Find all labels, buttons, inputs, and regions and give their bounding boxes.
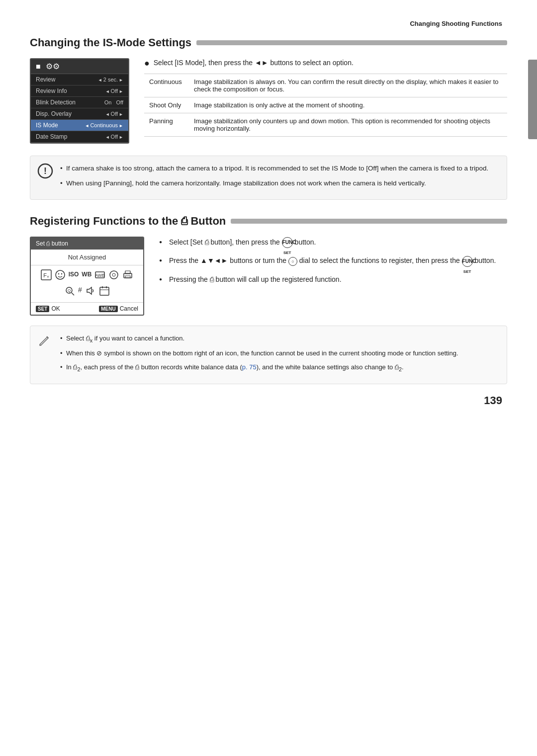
is-options: ● Select [IS Mode], then press the ◄► bu… xyxy=(144,58,507,144)
section2-title: Registering Functions to the ⎙ Button xyxy=(30,215,507,228)
icon-face xyxy=(55,269,66,282)
pencil-icon xyxy=(37,332,51,354)
svg-marker-17 xyxy=(87,287,91,294)
option-name-panning: Panning xyxy=(144,113,189,137)
icon-print xyxy=(122,269,133,282)
section2-title-text: Registering Functions to the ⎙ Button xyxy=(30,215,226,228)
menu-row-dispoverlay: Disp. Overlay Off xyxy=(31,108,128,120)
pencil-item-3: In ⎙2, each press of the ⎙ button record… xyxy=(60,362,498,374)
svg-point-6 xyxy=(61,273,62,274)
warning-list: If camera shake is too strong, attach th… xyxy=(60,163,498,188)
camera-menu-header: ■ ⚙⚙ xyxy=(31,59,128,74)
svg-rect-18 xyxy=(100,287,109,295)
camera-icon: ■ xyxy=(36,62,41,71)
option-desc-shootonly: Image stabilization is only active at th… xyxy=(189,97,507,113)
menu-row-ismode: IS Mode Continuous xyxy=(31,120,128,131)
option-desc-panning: Image stabilization only counters up and… xyxy=(189,113,507,137)
menu-row-blinkdetection: Blink Detection On Off xyxy=(31,97,128,108)
section2-title-bar xyxy=(231,219,507,224)
page-header: Changing Shooting Functions xyxy=(30,20,507,27)
section1-title-bar xyxy=(196,40,507,45)
set-btn-not-assigned: Not Assigned xyxy=(31,250,143,265)
section1-title: Changing the IS-Mode Settings xyxy=(30,36,507,49)
svg-text:Q: Q xyxy=(68,288,71,293)
icon-circle xyxy=(108,269,119,282)
header-title: Changing Shooting Functions xyxy=(410,20,502,27)
set-btn-menu: Set ⎙ button Not Assigned Fₓ ISO WB xyxy=(30,237,144,316)
pencil-note-box: Select ⎙x if you want to cancel a functi… xyxy=(30,326,507,384)
table-row: Shoot Only Image stabilization is only a… xyxy=(144,97,507,113)
menu-row-datestamp: Date Stamp Off xyxy=(31,131,128,143)
register-bullet-3: Pressing the ⎙ button will call up the r… xyxy=(159,274,507,285)
set-btn-footer: SET OK MENU Cancel xyxy=(31,303,143,315)
right-tab xyxy=(528,60,537,139)
set-btn-icons: Fₓ ISO WB AWB xyxy=(31,265,143,303)
menu-row-review: Review 2 sec. xyxy=(31,74,128,85)
icon-fx: Fₓ xyxy=(41,269,52,282)
svg-text:!: ! xyxy=(44,166,47,176)
register-bullet-1: Select [Set ⎙ button], then press the FU… xyxy=(159,237,507,248)
option-desc-continuous: Image stabilization is always on. You ca… xyxy=(189,74,507,97)
table-row: Continuous Image stabilization is always… xyxy=(144,74,507,97)
is-mode-content: ■ ⚙⚙ Review 2 sec. Review Info Off Blink… xyxy=(30,58,507,144)
section2: Registering Functions to the ⎙ Button Se… xyxy=(30,215,507,384)
option-name-shootonly: Shoot Only xyxy=(144,97,189,113)
warning-note-box: ! If camera shake is too strong, attach … xyxy=(30,156,507,200)
icon-q: Q xyxy=(64,285,75,298)
warning-item-1: If camera shake is too strong, attach th… xyxy=(60,163,498,174)
svg-point-10 xyxy=(112,273,115,276)
svg-point-9 xyxy=(110,271,118,279)
options-table: Continuous Image stabilization is always… xyxy=(144,74,507,137)
dial-icon: ○ xyxy=(288,257,297,266)
pencil-list: Select ⎙x if you want to cancel a functi… xyxy=(60,333,498,374)
set-btn-header: Set ⎙ button xyxy=(31,238,143,250)
pencil-item-1: Select ⎙x if you want to cancel a functi… xyxy=(60,333,498,345)
register-bullet-2: Press the ▲▼◄► buttons or turn the ○ dia… xyxy=(159,255,507,266)
warning-icon: ! xyxy=(37,163,53,186)
link-p75[interactable]: p. 75 xyxy=(242,363,257,371)
register-content: Set ⎙ button Not Assigned Fₓ ISO WB xyxy=(30,237,507,316)
pencil-item-2: When this ⊘ symbol is shown on the botto… xyxy=(60,348,498,359)
icon-wb: WB xyxy=(82,269,91,282)
icon-iso: ISO xyxy=(69,269,79,282)
is-mode-intro-text: Select [IS Mode], then press the ◄► butt… xyxy=(154,59,354,67)
set-cancel-label: MENU Cancel xyxy=(99,305,138,312)
is-mode-intro: ● Select [IS Mode], then press the ◄► bu… xyxy=(144,58,507,69)
camera-menu: ■ ⚙⚙ Review 2 sec. Review Info Off Blink… xyxy=(30,58,129,144)
svg-point-4 xyxy=(56,270,65,279)
svg-line-15 xyxy=(72,293,74,295)
section1: Changing the IS-Mode Settings ■ ⚙⚙ Revie… xyxy=(30,36,507,200)
svg-text:Fₓ: Fₓ xyxy=(43,272,49,278)
settings-icon: ⚙⚙ xyxy=(46,62,60,71)
icon-hash: ​# xyxy=(78,285,82,298)
set-ok-label: SET OK xyxy=(36,305,60,312)
func-btn-1: FUNCSET xyxy=(282,237,293,248)
icon-sound xyxy=(85,285,96,298)
svg-point-5 xyxy=(58,273,59,274)
func-btn-2: FUNCSET xyxy=(462,256,473,267)
option-name-continuous: Continuous xyxy=(144,74,189,97)
icon-cal xyxy=(99,285,110,298)
table-row: Panning Image stabilization only counter… xyxy=(144,113,507,137)
menu-row-reviewinfo: Review Info Off xyxy=(31,85,128,97)
svg-text:AWB: AWB xyxy=(95,273,105,278)
icon-wb2: AWB xyxy=(94,269,105,282)
section1-title-text: Changing the IS-Mode Settings xyxy=(30,36,191,49)
register-options: Select [Set ⎙ button], then press the FU… xyxy=(159,237,507,316)
warning-item-2: When using [Panning], hold the camera ho… xyxy=(60,178,498,189)
page-number: 139 xyxy=(30,394,507,407)
